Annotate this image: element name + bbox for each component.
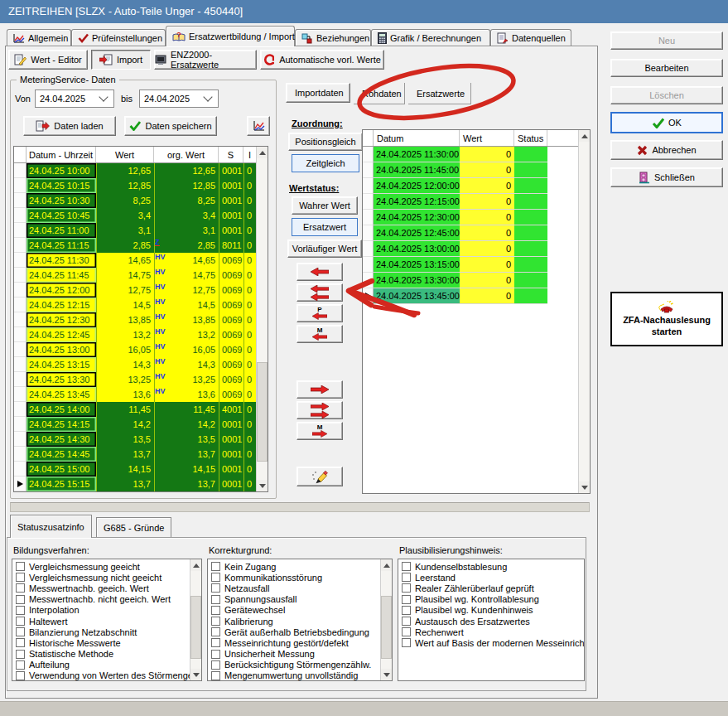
- checkbox-item[interactable]: Berücksichtigung Störmengenzählw.: [208, 660, 392, 670]
- checkbox-item[interactable]: Verwendung von Werten des Störmenge: [12, 670, 201, 681]
- checkbox[interactable]: [402, 595, 411, 604]
- checkbox-item[interactable]: Austausch des Ersatzwertes: [398, 616, 584, 626]
- checkbox[interactable]: [211, 650, 220, 659]
- listbox-scrollbar[interactable]: [190, 559, 201, 680]
- table-row[interactable]: 24.04.25 10:1512,8512,8500010: [14, 178, 268, 193]
- tab-grafik-berechnungen[interactable]: Grafik / Berechnungen: [371, 29, 490, 46]
- row-selector[interactable]: [14, 462, 27, 477]
- table-row[interactable]: 24.04.25 10:453,43,400010: [14, 208, 268, 223]
- loeschen-button[interactable]: Löschen: [610, 86, 723, 104]
- row-selector[interactable]: [14, 298, 27, 312]
- table-row[interactable]: 24.04.25 15:1513,713,700010: [14, 477, 268, 491]
- wahrer-wert-button[interactable]: Wahrer Wert: [292, 196, 358, 215]
- checkbox-item[interactable]: Kalibrierung: [208, 616, 392, 626]
- transfer-left-double-button[interactable]: [297, 283, 343, 302]
- checkbox-item[interactable]: Haltewert: [12, 616, 201, 626]
- ok-button[interactable]: OK: [610, 112, 723, 133]
- scroll-down-icon[interactable]: [381, 669, 392, 680]
- table-row[interactable]: 24.04.2025 12:00:000: [363, 178, 590, 194]
- checkbox[interactable]: [211, 617, 220, 626]
- table-row[interactable]: 24.04.25 13:1514,3HV14,300690: [14, 357, 268, 372]
- tab-datenquellen[interactable]: Datenquellen: [490, 29, 571, 46]
- row-selector[interactable]: [14, 417, 27, 432]
- zfa-nachauslesung-button[interactable]: ZFA-Nachauslesung starten: [610, 292, 723, 346]
- right-table-body[interactable]: 24.04.2025 11:30:00024.04.2025 11:45:000…: [363, 147, 590, 304]
- checkbox[interactable]: [16, 660, 25, 670]
- checkbox[interactable]: [402, 562, 411, 571]
- checkbox[interactable]: [402, 627, 411, 636]
- scroll-up-icon[interactable]: [381, 559, 392, 571]
- transfer-left-p-button[interactable]: P: [297, 304, 343, 322]
- positionsgleich-button[interactable]: Positionsgleich: [288, 133, 363, 151]
- table-row[interactable]: 24.04.25 13:3013,25HV13,2500690: [14, 372, 268, 387]
- von-date-combobox[interactable]: 24.04.2025: [35, 90, 114, 108]
- checkbox[interactable]: [211, 627, 220, 636]
- table-row[interactable]: 24.04.2025 13:30:000: [363, 273, 590, 288]
- row-selector[interactable]: [14, 432, 27, 447]
- checkbox[interactable]: [16, 627, 25, 636]
- row-selector[interactable]: [363, 257, 374, 273]
- table-row[interactable]: 24.04.2025 13:15:000: [363, 257, 590, 273]
- tab-g685-gruende[interactable]: G685 - Gründe: [96, 517, 171, 538]
- bearbeiten-button[interactable]: Bearbeiten: [610, 59, 723, 77]
- ersatzwert-button[interactable]: Ersatzwert: [292, 218, 358, 236]
- row-selector[interactable]: [14, 447, 27, 462]
- checkbox[interactable]: [211, 606, 220, 615]
- table-row[interactable]: 24.04.25 13:0016,05HV16,0500690: [14, 342, 268, 357]
- scrollbar-thumb[interactable]: [257, 362, 268, 462]
- scrollbar-thumb[interactable]: [190, 596, 201, 659]
- checkbox[interactable]: [211, 595, 220, 604]
- checkbox[interactable]: [16, 583, 25, 593]
- tab-beziehungen[interactable]: Beziehungen: [295, 29, 371, 46]
- checkbox-item[interactable]: Kein Zugang: [208, 561, 392, 572]
- table-row[interactable]: 24.04.2025 11:30:000: [363, 147, 590, 162]
- checkbox-item[interactable]: Vergleichsmessung geeicht: [12, 561, 201, 572]
- row-selector[interactable]: [363, 147, 374, 162]
- table-row[interactable]: 24.04.25 14:4513,713,700010: [14, 447, 268, 462]
- subtab-importdaten[interactable]: Importdaten: [286, 83, 350, 103]
- row-selector[interactable]: [363, 210, 374, 225]
- table-row[interactable]: 24.04.2025 12:45:000: [363, 225, 590, 241]
- table-row[interactable]: 24.04.25 11:003,13,100010: [14, 223, 268, 238]
- row-selector[interactable]: [14, 357, 27, 372]
- checkbox[interactable]: [16, 595, 25, 604]
- listbox-scrollbar[interactable]: [380, 559, 392, 680]
- metering-data-table[interactable]: Datum - Uhrzeit Wert org. Wert S I 24.04…: [13, 146, 268, 492]
- table-row[interactable]: 24.04.2025 12:15:000: [363, 194, 590, 210]
- checkbox[interactable]: [402, 606, 411, 615]
- table-row[interactable]: 24.04.2025 13:45:000: [363, 288, 590, 304]
- row-selector[interactable]: [14, 223, 27, 238]
- row-selector[interactable]: [14, 327, 27, 342]
- checkbox-item[interactable]: Bilanzierung Netzabschnitt: [12, 626, 201, 637]
- table-row[interactable]: 24.04.2025 13:00:000: [363, 241, 590, 257]
- row-selector[interactable]: [14, 238, 27, 253]
- table-row[interactable]: 24.04.25 12:4513,2HV13,200690: [14, 327, 268, 342]
- bis-date-combobox[interactable]: 24.04.2025: [139, 90, 219, 108]
- checkbox[interactable]: [402, 583, 411, 593]
- subtab-rohdaten[interactable]: Rohdaten: [354, 83, 405, 104]
- checkbox-item[interactable]: Messwertnachb. geeich. Wert: [12, 583, 201, 593]
- checkbox-item[interactable]: Messwertnachb. nicht geeich. Wert: [12, 594, 201, 605]
- checkbox-item[interactable]: Mengenumwertung unvollständig: [208, 670, 392, 681]
- table-row[interactable]: 24.04.25 10:308,258,2500010: [14, 193, 268, 208]
- checkbox-item[interactable]: Gerät außerhalb Betriebsbedingung: [208, 626, 392, 637]
- checkbox[interactable]: [402, 638, 411, 647]
- row-selector[interactable]: [14, 312, 27, 327]
- table-row[interactable]: 24.04.25 12:1514,5HV14,500690: [14, 298, 268, 312]
- checkbox-item[interactable]: Plausibel wg. Kontrollablesung: [398, 594, 584, 605]
- checkbox[interactable]: [211, 573, 220, 582]
- table-row[interactable]: 24.04.25 11:152,85Z2,8580110: [14, 238, 268, 253]
- row-selector[interactable]: [14, 268, 27, 283]
- table-row[interactable]: 24.04.25 14:3013,513,500010: [14, 432, 268, 447]
- transfer-right-m-button[interactable]: M: [297, 422, 343, 440]
- scroll-up-icon[interactable]: [579, 130, 590, 142]
- row-selector[interactable]: [14, 283, 27, 298]
- table-row[interactable]: 24.04.25 14:0011,4511,4540010: [14, 402, 268, 417]
- checkbox[interactable]: [211, 638, 220, 647]
- checkbox-item[interactable]: Unsicherheit Messung: [208, 649, 392, 660]
- row-selector[interactable]: [14, 178, 27, 193]
- zeitgleich-button[interactable]: Zeitgleich: [292, 154, 359, 172]
- row-selector[interactable]: [363, 225, 374, 241]
- checkbox[interactable]: [211, 671, 220, 680]
- checkbox[interactable]: [16, 606, 25, 615]
